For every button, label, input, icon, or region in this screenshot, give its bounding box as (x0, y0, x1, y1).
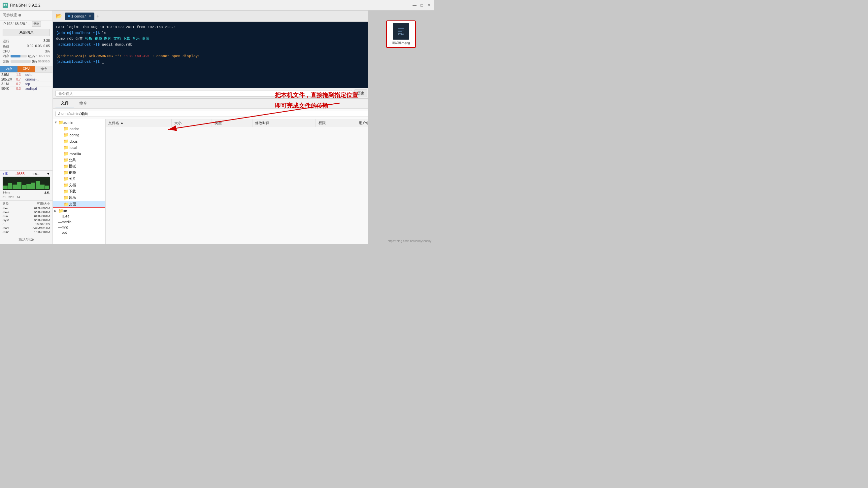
term-cursor: █ (102, 60, 104, 64)
app-title: FinalShell 3.9.2.2 (10, 3, 412, 8)
tree-item-label: 桌面 (69, 202, 76, 207)
proc-mem: 904K (1, 87, 16, 90)
tree-item-media[interactable]: — media (53, 219, 105, 224)
network-section: ↑1K ↓988B ens... ▼ (0, 171, 53, 201)
tree-item[interactable]: 📁 下载 (53, 188, 105, 194)
path-input[interactable] (56, 111, 392, 117)
activate-button[interactable]: 激活/升级 (0, 235, 53, 244)
mem-label: 内存 (3, 54, 9, 58)
tab-cmd[interactable]: 命令 (35, 66, 53, 72)
tree-item-desktop[interactable]: 📁 桌面 (53, 201, 105, 208)
maximize-button[interactable]: □ (420, 3, 424, 8)
file-tab-commands[interactable]: 命令 (74, 99, 92, 108)
net-expand-icon[interactable]: ▼ (46, 172, 50, 176)
history-button[interactable]: 历史 (354, 89, 367, 97)
proc-name: top (25, 82, 51, 86)
file-card[interactable]: PNG 测试图片.png (386, 21, 416, 48)
tree-item-label: 公共 (69, 157, 76, 162)
tree-item-opt[interactable]: — opt (53, 230, 105, 235)
net-bar (22, 185, 26, 189)
mem-progress-row: 内存 61% 1.1G/1.8G (3, 54, 50, 58)
tab-add-button[interactable]: + (96, 13, 99, 19)
disk-path: /run/... (3, 231, 19, 234)
col-type: 类型 (212, 119, 252, 127)
net-bar (36, 181, 40, 189)
proc-cpu: 1.3 (16, 73, 25, 77)
close-button[interactable]: × (427, 3, 431, 8)
proc-name: gnome-... (25, 78, 51, 81)
file-icon: — (58, 231, 62, 235)
tree-item[interactable]: 📁 .mozilla (53, 151, 105, 157)
svg-text:PNG: PNG (398, 32, 404, 35)
terminal-tab[interactable]: 1 cenos7 × (65, 12, 94, 20)
cpu-label: CPU (3, 50, 9, 53)
app-icon: FS (3, 3, 8, 8)
minimize-button[interactable]: — (412, 3, 417, 8)
disk-section: 路径 可用/大小 /dev 893M/893M /dev/... 909M/90… (0, 201, 53, 235)
tab-cpu[interactable]: CPU (18, 66, 35, 72)
folder-icon: 📁 (63, 176, 69, 181)
disk-row: / 10.3G/17G (1, 222, 51, 226)
tree-item[interactable]: 📁 音乐 (53, 194, 105, 201)
system-info-grid: 运行 3:38 负载 0.02, 0.06, 0.05 CPU 3% 内存 61… (0, 38, 53, 66)
disk-row: /boot 847M/1014M (1, 226, 51, 230)
tab-mem[interactable]: 内存 (0, 66, 18, 72)
file-icon: — (58, 225, 62, 229)
list-item: 904K 0.3 audispd (0, 87, 53, 91)
tree-item[interactable]: 📁 .cache (53, 125, 105, 132)
net-latency: 14ms (3, 191, 10, 195)
term-prompt: [admin@localhost ~]$ (56, 42, 102, 47)
load-label: 负载 (3, 44, 9, 49)
mem-detail: 1.1G/1.8G (36, 55, 50, 58)
tab-close-icon[interactable]: × (89, 14, 91, 19)
net-chart-bars (3, 177, 50, 190)
file-icon: — (58, 215, 62, 219)
sysinfo-button[interactable]: 系统信息 (3, 29, 50, 36)
term-cmd: gedit dump.rdb (102, 42, 132, 47)
net-bar (17, 182, 22, 189)
col-permissions: 权限 (315, 119, 356, 127)
tree-item[interactable]: 📁 .local (53, 144, 105, 151)
proc-mem: 205.2M (1, 78, 16, 81)
net-upload: ↑1K (3, 172, 8, 176)
proc-cpu: 0.3 (16, 87, 25, 90)
disk-col-size: 可用/大小 (37, 202, 50, 206)
sidebar-tabs: 内存 CPU 命令 (0, 66, 53, 73)
tree-item[interactable]: 📁 公共 (53, 157, 105, 163)
tree-item-lib[interactable]: ▶ 📁 lib (53, 208, 105, 214)
tree-item[interactable]: 📁 .config (53, 132, 105, 138)
tree-item[interactable]: 📁 视频 (53, 170, 105, 176)
tree-item[interactable]: 📁 文档 (53, 182, 105, 188)
tree-item[interactable]: 📁 图片 (53, 176, 105, 182)
svg-rect-2 (398, 30, 404, 30)
list-item: 205.2M 0.7 gnome-... (0, 77, 53, 82)
net-bar (12, 185, 17, 189)
footer-url: https://blog.csdn.net/lennysonsky (388, 239, 431, 243)
term-warning-prefix: (gedit:68274): Gtk-WARNING **: (56, 54, 124, 58)
tree-item-label: mnt (62, 225, 68, 229)
file-tab-files[interactable]: 文件 (56, 99, 74, 108)
list-item: 3.1M 0.7 top (0, 82, 53, 87)
folder-icon: 📁 (63, 132, 69, 138)
disk-path: /sys/... (3, 219, 19, 222)
cmd-input[interactable] (56, 90, 352, 97)
copy-ip-button[interactable]: 复制 (32, 21, 41, 27)
tree-item-label: .mozilla (69, 152, 81, 156)
proc-name: audispd (25, 87, 51, 90)
ip-row: IP 192.168.228.1... 复制 (0, 21, 53, 27)
disk-size: 10.3G/17G (19, 222, 50, 226)
tree-item-mnt[interactable]: — mnt (53, 224, 105, 230)
folder-icon: 📁 (63, 151, 69, 156)
file-card-icon: PNG (393, 23, 409, 40)
tree-item[interactable]: 📁 .dbus (53, 138, 105, 144)
tree-item-admin[interactable]: ▼ 📁 admin (53, 119, 105, 125)
disk-size: 909M/909M (19, 211, 50, 214)
window-controls: — □ × (412, 3, 431, 8)
folder-icon: 📁 (63, 157, 69, 162)
disk-row: /dev/... 909M/909M (1, 210, 51, 214)
folder-icon: 📁 (63, 183, 69, 187)
tree-item-lib64[interactable]: — lib64 (53, 214, 105, 219)
tab-folder-icon[interactable]: 📂 (54, 11, 63, 21)
tree-item[interactable]: 📁 模板 (53, 163, 105, 170)
tree-expand-icon: ▼ (54, 121, 58, 124)
